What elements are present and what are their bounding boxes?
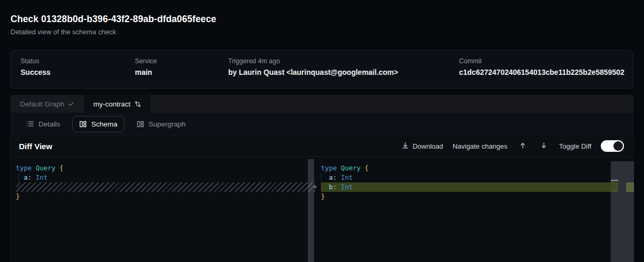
page-title: Check 01328b0d-b396-43f2-89ab-dfda065fee…	[11, 14, 216, 25]
arrow-up-icon	[519, 142, 526, 151]
tab-default-graph-label: Default Graph	[20, 100, 64, 108]
status-value: Success	[21, 68, 51, 76]
code-line: type Query {	[321, 163, 618, 173]
code-line: type Query {	[16, 163, 315, 173]
check-detail-card: Details Schema Supergraph Diff View	[11, 113, 633, 262]
minimap-scrollbar[interactable]	[611, 161, 634, 262]
tab-schema[interactable]: Schema	[72, 116, 124, 132]
tab-default-graph[interactable]: Default Graph	[11, 95, 84, 113]
toggle-knob	[613, 141, 623, 151]
toggle-diff-label: Toggle Diff	[559, 142, 591, 150]
list-icon	[26, 120, 34, 128]
previous-change-button[interactable]	[517, 142, 529, 151]
summary-service: Service main	[135, 57, 157, 76]
diff-pane-before[interactable]: type Query { a: Int}	[16, 163, 315, 201]
tab-my-contract[interactable]: my-contract	[84, 95, 151, 113]
navigate-changes-label: Navigate changes	[453, 142, 508, 150]
overview-ruler-added-mark	[626, 182, 634, 192]
tab-details[interactable]: Details	[19, 115, 67, 132]
toggle-diff-switch[interactable]	[601, 140, 624, 152]
tab-details-label: Details	[38, 120, 60, 128]
graph-tabbar: Default Graph my-contract	[11, 95, 633, 113]
diff-pane-after[interactable]: type Query { a: Int b: Int}	[318, 163, 618, 201]
commit-label: Commit	[459, 57, 625, 65]
triggered-label: Triggered 4m ago	[228, 57, 398, 65]
summary-triggered: Triggered 4m ago by Laurin Quast <laurin…	[228, 57, 398, 76]
diff-header: Diff View Download Navigate changes	[11, 135, 633, 157]
summary-status: Status Success	[21, 57, 51, 76]
page-subtitle: Detailed view of the schema check	[11, 28, 116, 36]
triggered-value: by Laurin Quast <laurinquast@googlemail.…	[228, 68, 398, 76]
download-label: Download	[413, 142, 443, 150]
check-icon	[68, 101, 74, 107]
summary-commit: Commit c1dc62724702406154013cbe11b225b2e…	[459, 57, 625, 76]
code-line: a: Int	[321, 173, 618, 182]
code-line: }	[321, 192, 618, 201]
check-summary-card: Status Success Service main Triggered 4m…	[11, 50, 633, 89]
minimap-text-mark	[611, 180, 618, 181]
panels-icon	[136, 120, 144, 128]
commit-value: c1dc62724702406154013cbe11b225b2e5859502	[459, 68, 625, 76]
tab-supergraph-label: Supergraph	[149, 120, 186, 128]
arrow-down-icon	[540, 142, 548, 151]
service-label: Service	[135, 57, 157, 65]
download-button[interactable]: Download	[402, 142, 443, 151]
code-line: a: Int	[16, 173, 315, 182]
status-label: Status	[21, 57, 51, 65]
diff-filler-line	[16, 182, 315, 192]
tab-schema-label: Schema	[91, 120, 118, 128]
tab-supergraph[interactable]: Supergraph	[130, 116, 193, 132]
left-pane-scrollbar[interactable]	[308, 159, 314, 262]
diff-view-title: Diff View	[19, 142, 52, 151]
panels-icon	[79, 120, 87, 128]
view-tabs: Details Schema Supergraph	[11, 113, 633, 135]
git-compare-icon	[134, 101, 141, 108]
code-line: }	[16, 192, 315, 201]
tab-my-contract-label: my-contract	[93, 100, 131, 108]
schema-diff-editor: type Query { a: Int} type Query { a: Int…	[11, 157, 634, 262]
download-icon	[402, 142, 409, 151]
minimap-added-mark	[611, 181, 618, 191]
service-value: main	[135, 68, 157, 76]
added-code-line: b: Int	[321, 182, 618, 192]
next-change-button[interactable]	[538, 142, 550, 151]
diff-controls: Download Navigate changes Toggle Diff	[402, 140, 624, 152]
schema-check-page: Check 01328b0d-b396-43f2-89ab-dfda065fee…	[0, 0, 644, 262]
